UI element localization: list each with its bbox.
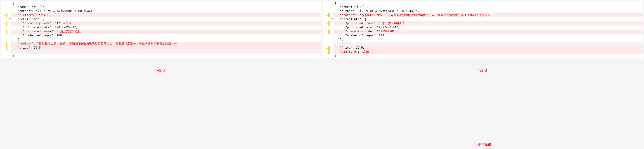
left-lines[interactable]: { "name": "小王子", "author": "安托万·德·圣-埃克苏佩… [12, 1, 321, 58]
code-line[interactable]: "published date": "2017-02-01", [12, 25, 321, 29]
gutter-cell [323, 1, 330, 5]
gutter-cell [1, 50, 8, 54]
diff-arrow-left-icon: ⇦ [326, 46, 328, 50]
gutter-cell [1, 25, 8, 29]
gutter-cell [1, 9, 8, 13]
gutter-cell: ⇦ [323, 46, 330, 50]
code-line[interactable]: "number of pages": 208 [12, 34, 321, 38]
code-line[interactable]: } [334, 54, 643, 58]
fold-toggle[interactable]: - [9, 18, 11, 20]
gutter-cell: ⇨ [1, 29, 8, 34]
gutter-cell: ⇦ [323, 21, 330, 25]
code-line[interactable]: "commodity code": "12157218", [334, 29, 643, 34]
gutter-cell [323, 5, 330, 9]
diff-arrow-right-icon: ⇨ [4, 13, 6, 17]
gutter-cell [323, 38, 330, 42]
gutter-cell [1, 5, 8, 9]
code-line[interactable]: "platform": "京东", [12, 13, 321, 17]
gutter-cell [323, 42, 330, 46]
gutter-cell [323, 50, 330, 54]
gutter-cell: ⇦ [323, 29, 330, 34]
left-version-label: v1.0 [0, 68, 322, 73]
diff-arrow-right-icon: ⇨ [4, 42, 6, 46]
right-lines[interactable]: { "name": "小王子", "author": "安托万·德·圣-埃克苏佩… [334, 1, 643, 58]
gutter-cell: ⇨ [1, 13, 8, 17]
diff-arrow-right-icon: ⇨ [4, 22, 6, 25]
right-pane: ⇦⇦⇦⇦ -- { "name": "小王子", "author": "安托万·… [322, 0, 644, 149]
code-line[interactable]: "published house": " 浙江文艺出版社", [12, 29, 321, 34]
code-line[interactable]: } [12, 54, 321, 58]
diff-arrow-left-icon: ⇦ [326, 13, 328, 17]
right-gutter: ⇦⇦⇦⇦ [323, 1, 330, 58]
code-line[interactable]: "commodity code": "12157218", [12, 21, 321, 25]
code-line[interactable]: "content": "遥远星球上的小王子，与美丽而骄傲的玫瑰吵架负气出走，在各… [334, 13, 643, 17]
gutter-cell: ⇨ [1, 21, 8, 25]
gutter-cell [1, 17, 8, 21]
code-line[interactable]: "price": 26.5 [12, 46, 321, 50]
gutter-cell [323, 9, 330, 13]
code-line[interactable] [12, 50, 321, 54]
left-code-area: ⇨⇨⇨⇨ -- { "name": "小王子", "author": "安托万·… [1, 1, 321, 58]
code-line[interactable]: { [12, 1, 321, 5]
diff-arrow-right-icon: ⇨ [4, 30, 6, 34]
code-line[interactable]: }, [12, 38, 321, 42]
gutter-cell: ⇦ [323, 13, 330, 17]
code-line[interactable]: "published house": " 浙江文艺出版社", [334, 21, 643, 25]
fold-toggle[interactable]: - [331, 2, 333, 4]
right-fold-gutter: -- [330, 1, 334, 58]
code-line[interactable]: "name": "小王子", [12, 5, 321, 9]
left-gutter: ⇨⇨⇨⇨ [1, 1, 8, 58]
gutter-cell [1, 38, 8, 42]
code-line[interactable]: { [334, 1, 643, 5]
code-line[interactable]: "author": "安托万·德·圣-埃克苏佩里（1900-1944）", [334, 9, 643, 13]
gutter-cell: ⇨ [1, 42, 8, 46]
left-fold-gutter: -- [8, 1, 12, 58]
code-line[interactable]: "platform": "京东" [334, 50, 643, 54]
gutter-cell [323, 25, 330, 29]
gutter-cell [1, 34, 8, 38]
fold-toggle[interactable]: - [9, 2, 11, 4]
code-line[interactable]: "number of pages": 208 [334, 34, 643, 38]
code-line[interactable]: "content": "遥远星球上的小王子，与美丽而骄傲的玫瑰吵架负气出走，在各… [12, 42, 321, 46]
code-line[interactable]: "detailinfo": { [12, 17, 321, 21]
code-line[interactable]: "Price": 26.5, [334, 46, 643, 50]
diff-arrow-left-icon: ⇦ [326, 30, 328, 34]
fold-toggle[interactable]: - [331, 18, 333, 20]
code-line[interactable]: "author": "安托万·德·圣-埃克苏佩里（1900-1944）", [12, 9, 321, 13]
code-line[interactable]: }, [334, 38, 643, 42]
gutter-cell [323, 54, 330, 58]
footer-label: 排序前diff [475, 143, 491, 147]
gutter-cell [1, 1, 8, 5]
code-line[interactable]: "name": "小王子", [334, 5, 643, 9]
gutter-cell [1, 54, 8, 58]
diff-arrow-left-icon: ⇦ [326, 22, 328, 25]
gutter-cell [323, 17, 330, 21]
left-pane: ⇨⇨⇨⇨ -- { "name": "小王子", "author": "安托万·… [0, 0, 322, 149]
code-line[interactable]: "published date": "2017-02-01", [334, 25, 643, 29]
gutter-cell [1, 46, 8, 50]
code-line[interactable]: "detailinfo": { [334, 17, 643, 21]
code-line[interactable] [334, 42, 643, 46]
right-version-label: v2.0 [322, 68, 644, 73]
gutter-cell [323, 34, 330, 38]
right-code-area: ⇦⇦⇦⇦ -- { "name": "小王子", "author": "安托万·… [323, 1, 643, 58]
diff-container: ⇨⇨⇨⇨ -- { "name": "小王子", "author": "安托万·… [0, 0, 644, 149]
